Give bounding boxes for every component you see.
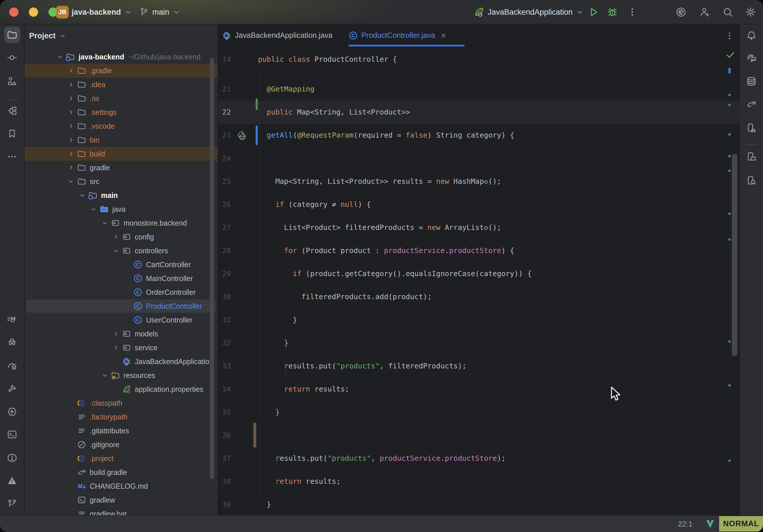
chevron-right-icon[interactable] (110, 233, 122, 241)
tree-row-main[interactable]: main (25, 188, 218, 202)
tree-row-build[interactable]: build (25, 147, 218, 161)
tree-row-build-gradle[interactable]: build.gradle (25, 465, 218, 479)
more-vertical-icon[interactable] (627, 0, 638, 24)
tree-row-maincontroller[interactable]: CMainController (25, 271, 218, 285)
chevron-right-icon[interactable] (65, 164, 76, 171)
line-number[interactable]: 32 (218, 332, 231, 355)
tree-row-gradlew[interactable]: gradlew (25, 493, 218, 507)
chevron-down-icon[interactable] (65, 178, 76, 185)
line-number[interactable]: 34 (218, 378, 231, 401)
editor-tab-javabackendapplication-java[interactable]: JavaBackendApplication.java (222, 25, 341, 46)
tree-row--settings[interactable]: .settings (25, 105, 218, 119)
line-number[interactable]: 14 (218, 48, 231, 71)
more-vertical-icon[interactable] (725, 31, 734, 41)
device-manager-icon[interactable] (743, 120, 760, 136)
line-number[interactable]: 22 (218, 101, 231, 124)
project-widget[interactable]: JB java-backend (56, 0, 133, 24)
line-number[interactable]: 33 (218, 355, 231, 378)
line-number[interactable]: 25 (218, 170, 231, 193)
chevron-right-icon[interactable] (65, 95, 76, 102)
line-number[interactable]: 31 (218, 308, 231, 332)
commit-icon[interactable] (4, 50, 20, 66)
stripe-mark[interactable] (728, 460, 731, 462)
run-button[interactable] (588, 0, 599, 24)
tree-row-config[interactable]: config (25, 230, 218, 244)
incognito-icon[interactable] (4, 334, 20, 350)
tree-row-src[interactable]: src (25, 174, 218, 188)
close-tab-icon[interactable]: × (441, 31, 446, 41)
project-panel-header[interactable]: Project (29, 25, 67, 47)
run-configuration-widget[interactable]: JavaBackendApplication (473, 0, 584, 24)
flows-icon[interactable] (4, 103, 20, 119)
chevron-down-icon[interactable] (99, 219, 110, 227)
settings-icon[interactable] (744, 0, 757, 24)
git-branch-icon[interactable] (4, 495, 20, 511)
stripe-mark[interactable] (728, 341, 731, 343)
stripe-mark[interactable] (728, 238, 731, 241)
inspections-check-icon[interactable] (725, 50, 735, 60)
chevron-down-icon[interactable] (110, 247, 122, 255)
line-number[interactable]: 35 (218, 401, 231, 424)
stripe-mark[interactable] (728, 170, 731, 172)
caret-position[interactable]: 22:1 (678, 516, 693, 532)
tree-row-gradlew-bat[interactable]: gradlew.bat (25, 507, 218, 515)
changed-lines-gutter-bar[interactable] (253, 423, 256, 448)
tree-row-changelog-md[interactable]: MCHANGELOG.md (25, 479, 218, 493)
tree-row-usercontroller[interactable]: CUserController (25, 313, 218, 327)
profiler-icon[interactable] (4, 358, 20, 374)
chevron-down-icon[interactable] (76, 191, 88, 199)
tree-row-application-properties[interactable]: application.properties (25, 382, 218, 396)
tree-row-bin[interactable]: bin (25, 133, 218, 147)
tree-row-resources[interactable]: resources (25, 369, 218, 382)
chevron-right-icon[interactable] (65, 81, 76, 88)
request-mapping-globe-icon[interactable] (237, 130, 247, 142)
stripe-mark[interactable] (728, 384, 731, 386)
line-number[interactable]: 23 (218, 124, 231, 147)
chevron-down-icon[interactable] (54, 53, 65, 60)
problems-icon[interactable] (4, 450, 20, 466)
cat-icon[interactable] (4, 312, 20, 328)
added-lines-gutter-bar[interactable] (256, 98, 258, 110)
minimize-window-button[interactable] (29, 8, 38, 17)
line-number[interactable]: 29 (218, 262, 231, 285)
tree-row--nx[interactable]: .nx (25, 91, 218, 105)
tree-row--factorypath[interactable]: .factorypath (25, 410, 218, 424)
tree-row--vscode[interactable]: .vscode (25, 119, 218, 133)
tree-row-javabackendapplication[interactable]: JavaBackendApplication (25, 355, 218, 369)
chevron-down-icon[interactable] (88, 205, 99, 213)
line-number[interactable]: 39 (218, 493, 231, 515)
add-user-icon[interactable] (699, 0, 710, 24)
tree-row-monostore-backend[interactable]: monostore.backend (25, 216, 218, 230)
stripe-mark[interactable] (728, 155, 731, 157)
line-number[interactable]: 24 (218, 147, 231, 170)
tree-row--project[interactable]: .project (25, 452, 218, 465)
database-icon[interactable] (743, 73, 760, 89)
notifications-bell-icon[interactable] (743, 27, 760, 44)
tree-row--idea[interactable]: .idea (25, 78, 218, 91)
line-number[interactable]: 36 (218, 424, 231, 447)
line-number[interactable]: 38 (218, 470, 231, 493)
line-number[interactable]: 27 (218, 216, 231, 239)
terminal-icon[interactable] (4, 426, 20, 443)
run-hexagon-icon[interactable] (4, 404, 20, 420)
ai-chat-icon[interactable] (743, 51, 760, 67)
editor-scrollbar[interactable] (732, 154, 737, 356)
project-folder-icon[interactable] (4, 27, 20, 43)
stripe-mark[interactable] (728, 68, 731, 73)
tree-row-cartcontroller[interactable]: CCartController (25, 258, 218, 271)
tree-row-models[interactable]: models (25, 327, 218, 341)
tree-row-ordercontroller[interactable]: COrderController (25, 285, 218, 299)
ideavim-icon[interactable] (705, 519, 715, 530)
tree-row-java[interactable]: java (25, 202, 218, 216)
editor-tab-productcontroller-java[interactable]: CProductController.java× (349, 25, 465, 46)
close-window-button[interactable] (9, 8, 19, 17)
tree-row--classpath[interactable]: .classpath (25, 396, 218, 410)
chevron-right-icon[interactable] (110, 330, 122, 338)
chevron-down-icon[interactable] (99, 372, 110, 379)
chevron-right-icon[interactable] (65, 122, 76, 130)
build-hammer-icon[interactable] (4, 380, 20, 397)
tree-row-service[interactable]: service (25, 341, 218, 355)
more-horizontal-icon[interactable] (4, 149, 20, 165)
tree-row--gradle[interactable]: .gradle (25, 64, 218, 78)
line-number[interactable]: 30 (218, 285, 231, 308)
